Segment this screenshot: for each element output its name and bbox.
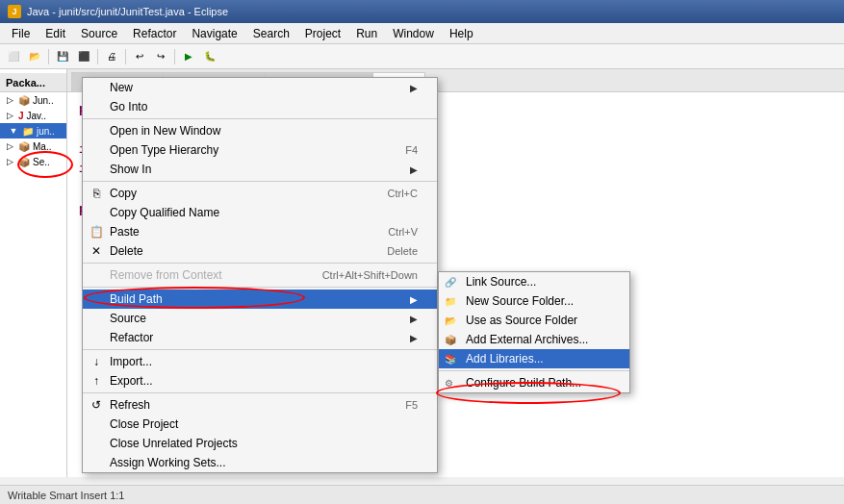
- ctx-show-in-arrow: ▶: [410, 164, 418, 175]
- toolbar-save-all[interactable]: ⬛: [74, 47, 93, 66]
- ctx-refactor-label: Refactor: [110, 331, 153, 344]
- toolbar-save[interactable]: 💾: [53, 47, 72, 66]
- menu-file[interactable]: File: [4, 25, 38, 42]
- sm-add-libraries[interactable]: 📚 Add Libraries...: [439, 349, 629, 368]
- toolbar-sep4: [174, 49, 175, 64]
- ctx-copy[interactable]: ⎘ Copy Ctrl+C: [83, 184, 437, 203]
- ctx-open-type-hierarchy[interactable]: Open Type Hierarchy F4: [83, 140, 437, 160]
- sm-link-source-icon: 🔗: [445, 277, 456, 288]
- ctx-build-path[interactable]: Build Path ▶: [83, 290, 437, 309]
- menu-window[interactable]: Window: [385, 25, 442, 42]
- ctx-copy-qualified[interactable]: Copy Qualified Name: [83, 203, 437, 222]
- ctx-close-project[interactable]: Close Project: [83, 415, 437, 434]
- expand-icon: ▷: [4, 94, 15, 106]
- ctx-delete-shortcut: Delete: [387, 245, 418, 257]
- ctx-open-type-hierarchy-label: Open Type Hierarchy: [110, 143, 218, 157]
- sm-configure-label: Configure Build Path...: [466, 376, 581, 390]
- package-explorer: Packa... ▷ 📦 Jun.. ▷ J Jav.. ▼ 📁 jun.. ▷…: [0, 69, 67, 477]
- ctx-refresh-icon: ↺: [87, 398, 106, 412]
- ctx-copy-shortcut: Ctrl+C: [388, 188, 418, 199]
- ctx-show-in-label: Show In: [110, 163, 151, 176]
- sidebar-label-2: jun..: [37, 126, 55, 137]
- ctx-source[interactable]: Source ▶: [83, 309, 437, 328]
- ctx-sep3: [83, 263, 437, 264]
- toolbar-undo[interactable]: ↩: [130, 47, 149, 66]
- ctx-sep1: [83, 118, 437, 119]
- folder-icon: 📁: [22, 126, 34, 137]
- ctx-paste-shortcut: Ctrl+V: [388, 226, 418, 238]
- ctx-close-unrelated-label: Close Unrelated Projects: [110, 437, 238, 450]
- ctx-import[interactable]: ↓ Import...: [83, 352, 437, 371]
- ctx-new[interactable]: New ▶: [83, 78, 437, 97]
- toolbar-debug[interactable]: 🐛: [200, 47, 219, 66]
- toolbar-run[interactable]: ▶: [179, 47, 198, 66]
- sidebar-label-0: Jun..: [33, 95, 54, 106]
- ctx-paste-label: Paste: [110, 225, 140, 239]
- menu-edit[interactable]: Edit: [38, 25, 73, 42]
- sm-add-external[interactable]: 📦 Add External Archives...: [439, 330, 629, 349]
- ctx-go-into-label: Go Into: [110, 100, 147, 113]
- toolbar-print[interactable]: 🖨: [102, 47, 121, 66]
- toolbar-new[interactable]: ⬜: [4, 47, 23, 66]
- ctx-sep2: [83, 181, 437, 182]
- menu-run[interactable]: Run: [348, 25, 385, 42]
- menu-refactor[interactable]: Refactor: [125, 25, 184, 42]
- ctx-sep4: [83, 287, 437, 288]
- ctx-export[interactable]: ↑ Export...: [83, 371, 437, 391]
- toolbar-sep1: [48, 49, 49, 64]
- ctx-show-in[interactable]: Show In ▶: [83, 160, 437, 179]
- ctx-import-icon: ↓: [87, 355, 106, 368]
- ctx-new-arrow: ▶: [410, 83, 418, 93]
- ctx-delete[interactable]: ✕ Delete Delete: [83, 241, 437, 261]
- toolbar: ⬜ 📂 💾 ⬛ 🖨 ↩ ↪ ▶ 🐛: [0, 44, 844, 69]
- ctx-remove-context: Remove from Context Ctrl+Alt+Shift+Down: [83, 265, 437, 285]
- menu-search[interactable]: Search: [245, 25, 297, 42]
- menu-project[interactable]: Project: [297, 25, 348, 42]
- menu-help[interactable]: Help: [442, 25, 481, 42]
- sidebar-item-0[interactable]: ▷ 📦 Jun..: [0, 92, 66, 108]
- sm-use-source-label: Use as Source Folder: [466, 314, 577, 327]
- package-icon: 📦: [18, 95, 30, 106]
- ctx-refresh-label: Refresh: [110, 398, 150, 412]
- ctx-close-project-label: Close Project: [110, 417, 178, 431]
- ctx-go-into[interactable]: Go Into: [83, 97, 437, 116]
- sm-add-external-label: Add External Archives...: [466, 333, 588, 346]
- ctx-refactor-arrow: ▶: [410, 333, 418, 343]
- ctx-paste-icon: 📋: [87, 225, 106, 239]
- ctx-delete-icon: ✕: [87, 244, 106, 258]
- sm-new-source-folder[interactable]: 📁 New Source Folder...: [439, 291, 629, 311]
- sm-new-source-folder-label: New Source Folder...: [466, 294, 574, 308]
- ctx-open-new-window[interactable]: Open in New Window: [83, 121, 437, 140]
- toolbar-open[interactable]: 📂: [25, 47, 44, 66]
- menu-source[interactable]: Source: [73, 25, 125, 42]
- sm-link-source-label: Link Source...: [466, 275, 536, 289]
- sidebar-item-1[interactable]: ▷ J Jav..: [0, 108, 66, 123]
- window-title: Java - junit/src/junit/JunitTest.java - …: [27, 6, 228, 17]
- ctx-import-label: Import...: [110, 355, 152, 368]
- build-path-submenu: 🔗 Link Source... 📁 New Source Folder... …: [438, 271, 630, 393]
- sm-link-source[interactable]: 🔗 Link Source...: [439, 272, 629, 291]
- package-icon-3: 📦: [18, 141, 30, 152]
- sm-sep: [439, 370, 629, 371]
- sm-add-external-icon: 📦: [445, 335, 456, 345]
- package-icon-4: 📦: [18, 157, 30, 167]
- sidebar-item-2[interactable]: ▼ 📁 jun..: [0, 123, 66, 139]
- toolbar-redo[interactable]: ↪: [151, 47, 170, 66]
- sidebar-item-4[interactable]: ▷ 📦 Se..: [0, 154, 66, 169]
- ctx-delete-label: Delete: [110, 244, 143, 258]
- expand-icon-1: ▷: [4, 110, 15, 121]
- ctx-remove-context-shortcut: Ctrl+Alt+Shift+Down: [322, 269, 418, 281]
- toolbar-sep2: [97, 49, 98, 64]
- ctx-refactor[interactable]: Refactor ▶: [83, 328, 437, 347]
- sm-use-source-folder[interactable]: 📂 Use as Source Folder: [439, 311, 629, 330]
- menu-navigate[interactable]: Navigate: [184, 25, 244, 42]
- sm-configure-build-path[interactable]: ⚙ Configure Build Path...: [439, 373, 629, 392]
- sidebar-item-3[interactable]: ▷ 📦 Ma..: [0, 139, 66, 154]
- ctx-assign-working-sets[interactable]: Assign Working Sets...: [83, 453, 437, 472]
- ctx-refresh[interactable]: ↺ Refresh F5: [83, 395, 437, 415]
- ctx-close-unrelated[interactable]: Close Unrelated Projects: [83, 434, 437, 453]
- ctx-source-arrow: ▶: [410, 314, 418, 324]
- ctx-paste[interactable]: 📋 Paste Ctrl+V: [83, 222, 437, 241]
- ctx-refresh-shortcut: F5: [405, 399, 418, 411]
- sm-add-libraries-icon: 📚: [445, 354, 456, 365]
